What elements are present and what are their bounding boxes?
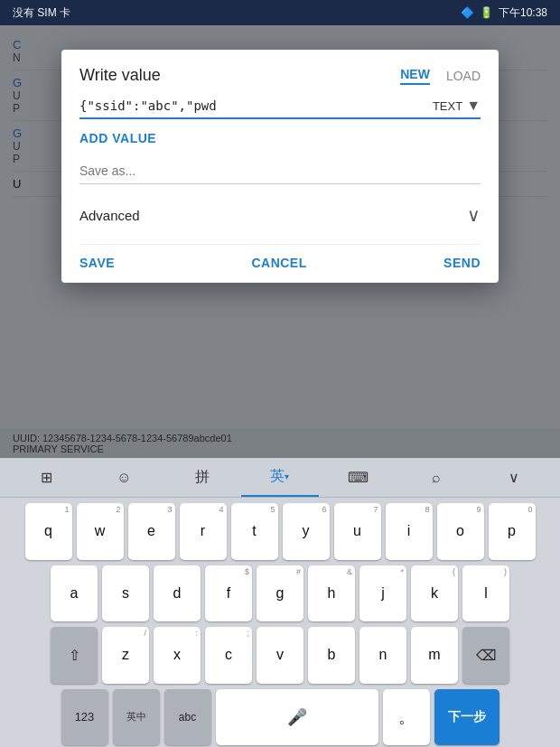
add-value-button[interactable]: ADD VALUE [79, 131, 156, 145]
dialog-actions: SAVE CANCEL SEND [79, 244, 481, 270]
key-q[interactable]: q1 [25, 503, 72, 560]
tab-load[interactable]: LOAD [446, 69, 481, 83]
key-backspace[interactable]: ⌫ [462, 627, 509, 684]
value-input-row: {"ssid":"abc","pwd TEXT ▼ [79, 98, 481, 119]
key-h[interactable]: h& [308, 565, 355, 622]
ime-pinyin[interactable]: 拼 [163, 458, 241, 497]
key-c[interactable]: c; [205, 627, 252, 684]
advanced-label: Advanced [79, 208, 140, 223]
advanced-row[interactable]: Advanced ∨ [79, 197, 481, 233]
ime-keyboard[interactable]: ⌨ [319, 458, 397, 497]
key-r[interactable]: r4 [180, 503, 227, 560]
key-m[interactable]: m [411, 627, 458, 684]
key-v[interactable]: v [257, 627, 303, 684]
carrier-label: 没有 SIM 卡 [13, 5, 70, 21]
key-u[interactable]: u7 [334, 503, 381, 560]
status-bar: 没有 SIM 卡 🔷 🔋 下午10:38 [0, 0, 560, 25]
key-z[interactable]: z/ [102, 627, 149, 684]
ime-english[interactable]: 英▾ [241, 458, 319, 497]
keyboard-keys: q1 w2 e3 r4 t5 y6 u7 i8 o9 p0 a s d f$ g… [0, 498, 560, 747]
key-row-4: 123 英中 abc 🎤 。 下一步 [4, 689, 556, 746]
keyboard: ⊞ ☺ 拼 英▾ ⌨ ⌕ ∨ q1 w2 e3 r4 t5 y6 u7 i8 o… [0, 458, 560, 747]
tab-new[interactable]: NEW [400, 67, 430, 85]
key-space[interactable]: 🎤 [216, 689, 378, 746]
key-i[interactable]: i8 [386, 503, 433, 560]
key-j[interactable]: j* [359, 565, 406, 622]
ime-grid[interactable]: ⊞ [7, 458, 85, 497]
key-d[interactable]: d [154, 565, 201, 622]
ime-emoji[interactable]: ☺ [85, 458, 163, 497]
type-label: TEXT [433, 99, 462, 113]
dialog-title: Write value [79, 66, 161, 85]
save-button[interactable]: SAVE [79, 256, 115, 270]
write-value-dialog: Write value NEW LOAD {"ssid":"abc","pwd … [61, 50, 499, 283]
key-g[interactable]: g# [257, 565, 303, 622]
type-select[interactable]: TEXT ▼ [433, 98, 481, 114]
ime-search[interactable]: ⌕ [397, 458, 474, 497]
key-row-3: ⇧ z/ x: c; v b n m ⌫ [4, 627, 556, 684]
key-num[interactable]: 123 [61, 689, 108, 746]
key-p[interactable]: p0 [489, 503, 536, 560]
key-y[interactable]: y6 [283, 503, 330, 560]
ime-expand[interactable]: ∨ [475, 458, 553, 497]
key-f[interactable]: f$ [205, 565, 252, 622]
key-dot[interactable]: 。 [383, 689, 430, 746]
key-w[interactable]: w2 [77, 503, 124, 560]
key-s[interactable]: s [102, 565, 149, 622]
key-x[interactable]: x: [154, 627, 201, 684]
type-dropdown-arrow: ▼ [466, 98, 481, 114]
cancel-button[interactable]: CANCEL [251, 256, 306, 270]
key-n[interactable]: n [359, 627, 406, 684]
key-row-1: q1 w2 e3 r4 t5 y6 u7 i8 o9 p0 [4, 503, 556, 560]
key-a[interactable]: a [51, 565, 98, 622]
key-l[interactable]: l) [462, 565, 509, 622]
advanced-chevron-icon: ∨ [467, 204, 481, 226]
send-button[interactable]: SEND [443, 256, 481, 270]
ime-toolbar: ⊞ ☺ 拼 英▾ ⌨ ⌕ ∨ [0, 458, 560, 498]
key-t[interactable]: t5 [231, 503, 278, 560]
key-shift[interactable]: ⇧ [51, 627, 98, 684]
time-label: 下午10:38 [499, 5, 547, 21]
save-as-input[interactable] [79, 158, 481, 184]
key-row-2: a s d f$ g# h& j* k( l) [4, 565, 556, 622]
key-lang[interactable]: 英中 [113, 689, 160, 746]
battery-icon: 🔋 [480, 6, 493, 19]
key-b[interactable]: b [308, 627, 355, 684]
key-abc[interactable]: abc [164, 689, 211, 746]
dialog-header: Write value NEW LOAD [79, 66, 481, 85]
key-e[interactable]: e3 [128, 503, 175, 560]
key-k[interactable]: k( [411, 565, 458, 622]
bluetooth-icon: 🔷 [461, 6, 474, 19]
status-icons: 🔷 🔋 下午10:38 [461, 5, 547, 21]
key-enter[interactable]: 下一步 [434, 689, 499, 746]
key-o[interactable]: o9 [437, 503, 484, 560]
value-text-display[interactable]: {"ssid":"abc","pwd [79, 98, 433, 113]
